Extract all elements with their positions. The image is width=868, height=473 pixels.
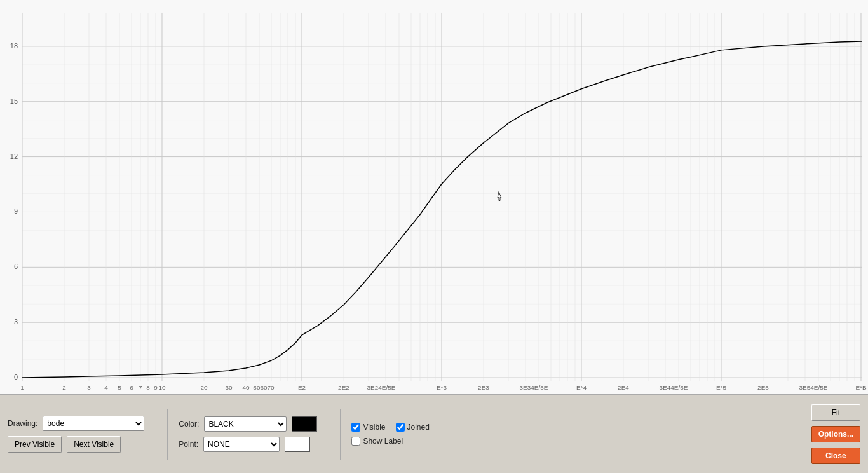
- svg-text:10: 10: [158, 384, 166, 391]
- visible-checkbox-item: Visible: [351, 423, 385, 432]
- next-visible-button[interactable]: Next Visible: [67, 436, 121, 453]
- svg-text:5: 5: [118, 384, 121, 391]
- point-label: Point:: [179, 440, 198, 449]
- color-label: Color:: [179, 420, 199, 428]
- svg-text:2E2: 2E2: [338, 384, 349, 391]
- chart-svg: 0 3 6 9 12 15 18 1 2 3 4 5 6 7 8 9 10 20…: [0, 0, 868, 394]
- svg-text:15: 15: [10, 97, 18, 105]
- svg-text:20: 20: [200, 384, 208, 391]
- separator-1: [167, 409, 168, 460]
- svg-text:3: 3: [14, 318, 18, 326]
- svg-text:18: 18: [10, 42, 18, 50]
- nav-buttons-row: Prev Visible Next Visible: [8, 436, 144, 453]
- point-select[interactable]: NONE: [203, 437, 280, 452]
- svg-text:7: 7: [139, 384, 142, 391]
- svg-text:E*5: E*5: [716, 384, 727, 391]
- svg-rect-0: [0, 0, 868, 394]
- svg-text:3E54E/5E: 3E54E/5E: [799, 384, 827, 391]
- svg-text:506070: 506070: [253, 384, 275, 391]
- checkboxes-group: Visible Joined Show Label: [351, 423, 430, 446]
- fit-button[interactable]: Fit: [811, 404, 860, 421]
- color-group: Color: BLACK Point: NONE: [179, 416, 317, 452]
- svg-text:3: 3: [87, 384, 91, 391]
- svg-text:2E5: 2E5: [757, 384, 769, 391]
- svg-text:1: 1: [20, 384, 24, 391]
- show-label-label: Show Label: [363, 437, 403, 446]
- svg-text:6: 6: [130, 384, 133, 391]
- color-select[interactable]: BLACK: [204, 416, 287, 432]
- drawing-group: Drawing: bode Prev Visible Next Visible: [8, 416, 144, 453]
- visible-joined-row: Visible Joined: [351, 423, 430, 432]
- svg-text:4: 4: [104, 384, 108, 391]
- separator-2: [340, 409, 341, 460]
- svg-text:2: 2: [62, 384, 66, 391]
- svg-text:3E44E/5E: 3E44E/5E: [659, 384, 688, 391]
- svg-text:40: 40: [242, 384, 250, 391]
- point-row: Point: NONE: [179, 437, 317, 452]
- joined-checkbox[interactable]: [396, 423, 405, 432]
- show-label-row: Show Label: [351, 437, 430, 446]
- joined-checkbox-item: Joined: [396, 423, 430, 432]
- svg-text:E*B: E*B: [855, 384, 867, 391]
- joined-label: Joined: [407, 423, 430, 432]
- color-swatch: [292, 416, 317, 432]
- svg-text:6: 6: [14, 263, 18, 270]
- drawing-label: Drawing:: [8, 419, 37, 428]
- svg-text:8: 8: [146, 384, 150, 391]
- bottom-panel: Drawing: bode Prev Visible Next Visible …: [0, 394, 868, 473]
- visible-checkbox[interactable]: [351, 423, 360, 432]
- svg-text:9: 9: [14, 207, 18, 215]
- drawing-row: Drawing: bode: [8, 416, 144, 431]
- svg-text:E2: E2: [298, 384, 306, 391]
- show-label-checkbox-item: Show Label: [351, 437, 403, 446]
- close-button[interactable]: Close: [811, 448, 860, 464]
- svg-text:E*4: E*4: [576, 384, 587, 391]
- point-swatch: [285, 437, 310, 452]
- right-buttons: Fit Options... Close: [811, 404, 860, 464]
- visible-label: Visible: [363, 423, 385, 432]
- prev-visible-button[interactable]: Prev Visible: [8, 436, 62, 453]
- svg-text:E*3: E*3: [437, 384, 447, 391]
- svg-text:3E34E/5E: 3E34E/5E: [519, 384, 548, 391]
- svg-text:12: 12: [10, 153, 18, 160]
- show-label-checkbox[interactable]: [351, 437, 360, 446]
- color-row: Color: BLACK: [179, 416, 317, 432]
- options-button[interactable]: Options...: [811, 426, 860, 442]
- drawing-select[interactable]: bode: [43, 416, 144, 431]
- svg-text:0: 0: [14, 373, 18, 381]
- svg-text:9: 9: [154, 384, 158, 391]
- svg-text:30: 30: [225, 384, 233, 391]
- svg-text:2E3: 2E3: [478, 384, 489, 391]
- svg-text:3E24E/5E: 3E24E/5E: [367, 384, 395, 391]
- chart-area: bode: [0, 0, 868, 394]
- svg-text:2E4: 2E4: [618, 384, 629, 391]
